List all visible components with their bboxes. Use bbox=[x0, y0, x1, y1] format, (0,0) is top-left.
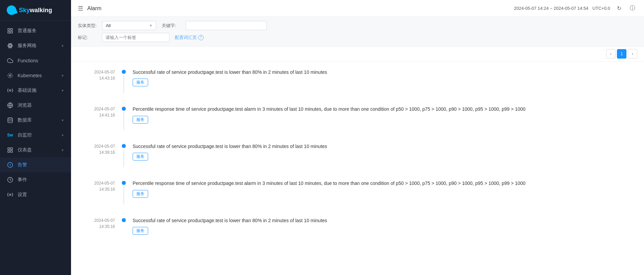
logo: Skywalking bbox=[0, 0, 71, 21]
timeline-dot-area bbox=[122, 105, 126, 130]
sidebar-item-label: 仪表盘 bbox=[18, 147, 32, 153]
service-mesh-icon bbox=[7, 42, 14, 49]
help-icon[interactable]: ? bbox=[198, 35, 204, 40]
timezone: UTC+0.0 bbox=[593, 6, 610, 11]
sidebar-item-label: Functions bbox=[18, 58, 38, 63]
keyword-input[interactable] bbox=[186, 21, 267, 30]
sidebar-item-label: 事件 bbox=[18, 177, 27, 183]
chevron-down-icon: ▼ bbox=[61, 133, 64, 137]
sidebar: Skywalking 普通服务 服务网格 ▼ Functions bbox=[0, 0, 71, 275]
filter-bar: 实体类型: All ▼ 关键字: 标记: 配置词汇页 ? bbox=[71, 17, 644, 46]
refresh-icon: ↻ bbox=[617, 5, 621, 12]
alarm-item: 2024-05-0714:43:16 Successful rate of se… bbox=[81, 68, 634, 93]
pagination-header: ‹ 1 › bbox=[71, 46, 644, 62]
chevron-down-icon: ▼ bbox=[61, 44, 64, 48]
sidebar-item-label: 告警 bbox=[18, 162, 27, 168]
timeline-line bbox=[123, 75, 124, 93]
svg-rect-1 bbox=[11, 28, 13, 30]
sidebar-item-label: 设置 bbox=[18, 192, 27, 198]
filter-row-1: 实体类型: All ▼ 关键字: bbox=[78, 21, 637, 30]
svg-rect-0 bbox=[8, 28, 9, 30]
svg-rect-14 bbox=[8, 151, 9, 152]
sidebar-item-infrastructure[interactable]: 基础设施 ▼ bbox=[0, 83, 71, 98]
sidebar-item-self-monitor[interactable]: Sw 自监控 ▼ bbox=[0, 128, 71, 143]
self-monitor-icon: Sw bbox=[7, 132, 14, 139]
svg-point-7 bbox=[9, 75, 11, 77]
alarm-timestamp: 2024-05-0714:39:16 bbox=[81, 143, 115, 167]
keyword-label: 关键字: bbox=[162, 23, 180, 29]
entity-type-label: 实体类型: bbox=[78, 23, 97, 29]
sidebar-item-kubernetes[interactable]: Kubernetes ▼ bbox=[0, 68, 71, 83]
header-right: 2024-05-07 14:24 ~ 2024-05-07 14:54 UTC+… bbox=[514, 4, 638, 13]
prev-icon: ‹ bbox=[610, 51, 612, 56]
general-service-icon bbox=[7, 27, 14, 34]
timeline-dot bbox=[122, 107, 126, 111]
prev-page-button[interactable]: ‹ bbox=[606, 49, 616, 59]
sidebar-item-alarm[interactable]: 告警 bbox=[0, 157, 71, 172]
chevron-down-icon: ▼ bbox=[61, 148, 64, 152]
entity-type-value: All bbox=[106, 23, 111, 28]
alarm-item: 2024-05-0714:41:16 Percentile response t… bbox=[81, 105, 634, 130]
database-icon bbox=[7, 117, 14, 124]
next-page-button[interactable]: › bbox=[628, 49, 637, 59]
alarm-tag[interactable]: 服务 bbox=[133, 190, 148, 198]
alarm-tag[interactable]: 服务 bbox=[133, 79, 148, 86]
sidebar-item-service-mesh[interactable]: 服务网格 ▼ bbox=[0, 38, 71, 53]
sidebar-item-label: 普通服务 bbox=[18, 28, 37, 34]
sidebar-item-database[interactable]: 数据库 ▼ bbox=[0, 113, 71, 128]
logo-icon bbox=[5, 4, 18, 16]
current-page: 1 bbox=[617, 49, 626, 59]
alarm-timestamp: 2024-05-0714:43:16 bbox=[81, 68, 115, 93]
sidebar-item-label: 数据库 bbox=[18, 117, 32, 123]
alarm-timestamp: 2024-05-0714:35:16 bbox=[81, 179, 115, 204]
alarm-tag[interactable]: 服务 bbox=[133, 227, 148, 235]
svg-point-18 bbox=[9, 194, 11, 196]
timeline-dot bbox=[122, 218, 126, 222]
tag-label: 标记: bbox=[78, 35, 96, 41]
alarm-content: Successful rate of service productpage.t… bbox=[133, 217, 634, 241]
alarm-content: Percentile response time of service prod… bbox=[133, 179, 634, 204]
chevron-down-icon: ▼ bbox=[61, 89, 64, 92]
functions-icon bbox=[7, 57, 14, 64]
next-icon: › bbox=[632, 51, 633, 56]
timeline-line bbox=[123, 112, 124, 130]
sidebar-item-event[interactable]: 事件 bbox=[0, 172, 71, 187]
sidebar-item-label: 浏览器 bbox=[18, 102, 32, 108]
config-vocab-label: 配置词汇页 bbox=[175, 35, 197, 41]
refresh-button[interactable]: ↻ bbox=[614, 4, 624, 13]
sidebar-item-dashboard[interactable]: 仪表盘 ▼ bbox=[0, 143, 71, 157]
filter-row-2: 标记: 配置词汇页 ? bbox=[78, 33, 637, 42]
alarm-message: Successful rate of service productpage.t… bbox=[133, 143, 634, 150]
alarm-tag[interactable]: 服务 bbox=[133, 153, 148, 161]
alarm-tag[interactable]: 服务 bbox=[133, 116, 148, 124]
sidebar-item-label: 自监控 bbox=[18, 132, 32, 138]
select-arrow-icon: ▼ bbox=[149, 24, 153, 27]
info-button[interactable]: ⓘ bbox=[628, 4, 637, 13]
tag-input[interactable] bbox=[102, 33, 169, 42]
time-range: 2024-05-07 14:24 ~ 2024-05-07 14:54 bbox=[514, 6, 589, 11]
svg-rect-2 bbox=[8, 31, 9, 33]
sidebar-nav: 普通服务 服务网格 ▼ Functions Kubernetes ▼ bbox=[0, 21, 71, 275]
svg-point-8 bbox=[9, 90, 11, 91]
menu-toggle-icon[interactable]: ☰ bbox=[78, 5, 83, 12]
sidebar-item-general-service[interactable]: 普通服务 bbox=[0, 23, 71, 38]
svg-rect-15 bbox=[11, 151, 13, 152]
alarm-timestamp: 2024-05-0714:41:16 bbox=[81, 105, 115, 130]
content-area: ‹ 1 › 2024-05-0714:43:16 Successful rate… bbox=[71, 46, 644, 275]
svg-rect-12 bbox=[8, 148, 9, 149]
config-vocab-link[interactable]: 配置词汇页 ? bbox=[175, 35, 204, 41]
sidebar-item-label: 基础设施 bbox=[18, 87, 37, 93]
header-left: ☰ Alarm bbox=[78, 5, 101, 12]
sidebar-item-settings[interactable]: 设置 bbox=[0, 187, 71, 202]
sidebar-item-functions[interactable]: Functions bbox=[0, 53, 71, 68]
alarm-message: Successful rate of service productpage.t… bbox=[133, 217, 634, 224]
alarm-message: Percentile response time of service prod… bbox=[133, 105, 634, 113]
page-title: Alarm bbox=[87, 5, 101, 12]
kubernetes-icon bbox=[7, 72, 14, 79]
logo-text: Skywalking bbox=[19, 7, 52, 14]
entity-type-select[interactable]: All ▼ bbox=[102, 21, 156, 30]
sidebar-item-browser[interactable]: 浏览器 bbox=[0, 98, 71, 113]
timeline-dot-area bbox=[122, 217, 126, 241]
timeline-dot bbox=[122, 181, 126, 185]
alarm-icon bbox=[7, 162, 14, 168]
